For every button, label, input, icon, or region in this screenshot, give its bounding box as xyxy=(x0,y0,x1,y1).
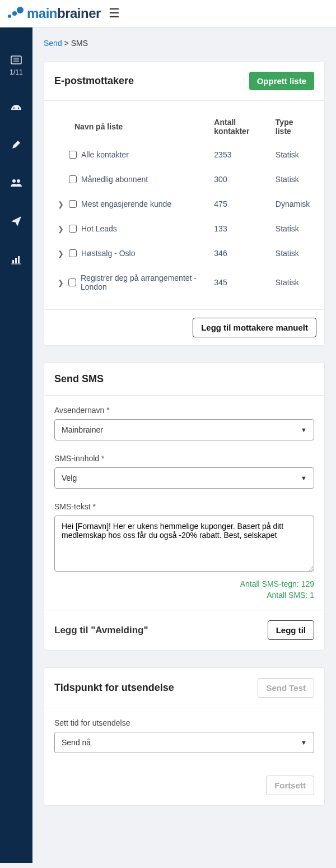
row-name-label: Høstsalg - Oslo xyxy=(81,249,135,258)
unsubscribe-title: Legg til "Avmelding" xyxy=(54,625,148,636)
row-checkbox[interactable] xyxy=(69,175,77,183)
sidebar-send[interactable] xyxy=(11,216,22,230)
row-name-label: Mest engasjerende kunde xyxy=(81,199,171,208)
schedule-time-value: Send nå xyxy=(62,738,91,747)
logo-dots-icon xyxy=(7,7,24,20)
brand-text: mainbrainer xyxy=(27,6,101,21)
sidebar-users[interactable] xyxy=(10,178,22,190)
list-icon xyxy=(11,55,22,64)
caret-down-icon: ▼ xyxy=(301,426,307,433)
row-name-label: Alle kontakter xyxy=(81,150,129,159)
table-row: Alle kontakter2353Statisk xyxy=(54,142,314,167)
hamburger-icon[interactable]: ☰ xyxy=(109,6,120,21)
row-type: Statisk xyxy=(272,266,314,299)
sms-count: Antall SMS: 1 xyxy=(54,591,314,600)
sidebar: 1/11 xyxy=(0,27,32,863)
send-sms-card: Send SMS Avsendernavn * Mainbrainer ▼ SM… xyxy=(44,363,325,651)
topbar: mainbrainer ☰ xyxy=(0,0,336,27)
sidebar-dashboard[interactable] xyxy=(10,102,22,114)
chart-icon xyxy=(11,256,21,264)
row-name-label: Registrer deg på arrangementet - London xyxy=(81,273,207,291)
row-type: Dynamisk xyxy=(272,192,314,216)
col-name: Navn på liste xyxy=(54,111,211,142)
caret-down-icon: ▼ xyxy=(301,475,307,481)
breadcrumb: Send > SMS xyxy=(44,39,325,48)
table-row: ❯Høstsalg - Oslo346Statisk xyxy=(54,241,314,266)
row-count: 133 xyxy=(211,216,272,241)
sender-name-select[interactable]: Mainbrainer ▼ xyxy=(54,419,314,440)
recipients-title: E-postmottakere xyxy=(54,75,134,87)
chevron-right-icon[interactable]: ❯ xyxy=(58,278,64,287)
row-name-label: Månedlig abonnent xyxy=(81,175,148,184)
recipients-table: Navn på liste Antall kontakter Type list… xyxy=(54,111,314,299)
schedule-time-label: Sett tid for utsendelse xyxy=(54,718,314,727)
chevron-right-icon[interactable]: ❯ xyxy=(58,249,64,258)
row-type: Statisk xyxy=(272,216,314,241)
brand-logo[interactable]: mainbrainer xyxy=(7,6,101,21)
main-content: Send > SMS E-postmottakere Opprett liste… xyxy=(32,27,336,863)
sms-text-label: SMS-tekst * xyxy=(54,502,314,511)
breadcrumb-current: SMS xyxy=(71,39,88,48)
breadcrumb-sep: > xyxy=(62,39,71,48)
row-type: Statisk xyxy=(272,142,314,167)
chevron-right-icon[interactable]: ❯ xyxy=(58,200,64,208)
col-type: Type liste xyxy=(272,111,314,142)
breadcrumb-parent[interactable]: Send xyxy=(44,39,62,48)
row-checkbox[interactable] xyxy=(68,278,76,286)
table-row: ❯Mest engasjerende kunde475Dynamisk xyxy=(54,192,314,216)
row-count: 346 xyxy=(211,241,272,266)
svg-rect-8 xyxy=(12,260,14,263)
row-type: Statisk xyxy=(272,241,314,266)
sms-content-label: SMS-innhold * xyxy=(54,454,314,463)
sms-content-select[interactable]: Velg ▼ xyxy=(54,467,314,489)
row-checkbox[interactable] xyxy=(69,200,77,208)
sender-name-label: Avsendernavn * xyxy=(54,406,314,415)
row-type: Statisk xyxy=(272,167,314,192)
table-row: Månedlig abonnent300Statisk xyxy=(54,167,314,192)
users-icon xyxy=(10,178,22,187)
create-list-button[interactable]: Opprett liste xyxy=(249,72,314,90)
row-count: 475 xyxy=(211,192,272,216)
svg-rect-9 xyxy=(15,258,17,263)
svg-point-4 xyxy=(13,108,15,109)
table-row: ❯Hot Leads133Statisk xyxy=(54,216,314,241)
schedule-title: Tidspunkt for utsendelse xyxy=(54,682,174,694)
schedule-card: Tidspunkt for utsendelse Send Test Sett … xyxy=(44,667,325,806)
send-test-button[interactable]: Send Test xyxy=(258,678,314,698)
sidebar-reports[interactable] xyxy=(11,256,21,267)
sidebar-progress[interactable]: 1/11 xyxy=(10,55,22,76)
chevron-right-icon[interactable]: ❯ xyxy=(58,225,64,233)
pencil-icon xyxy=(11,140,21,150)
row-count: 2353 xyxy=(211,142,272,167)
paper-plane-icon xyxy=(11,216,22,227)
svg-rect-10 xyxy=(18,256,20,263)
row-checkbox[interactable] xyxy=(69,249,77,257)
col-count: Antall kontakter xyxy=(211,111,272,142)
gauge-icon xyxy=(10,102,22,111)
row-checkbox[interactable] xyxy=(69,225,77,233)
send-sms-title: Send SMS xyxy=(54,373,104,385)
recipients-card: E-postmottakere Opprett liste Navn på li… xyxy=(44,61,325,346)
row-checkbox[interactable] xyxy=(69,151,77,159)
svg-point-5 xyxy=(18,108,19,109)
add-unsubscribe-button[interactable]: Legg til xyxy=(268,620,314,640)
caret-down-icon: ▼ xyxy=(301,739,307,746)
sender-name-value: Mainbrainer xyxy=(62,425,103,434)
svg-point-6 xyxy=(12,179,16,183)
svg-point-7 xyxy=(17,179,20,183)
progress-count: 1/11 xyxy=(10,68,22,76)
schedule-time-select[interactable]: Send nå ▼ xyxy=(54,732,314,753)
row-name-label: Hot Leads xyxy=(81,224,117,233)
continue-button[interactable]: Fortsett xyxy=(266,776,314,795)
sms-text-input[interactable] xyxy=(54,516,314,572)
add-recipients-manual-button[interactable]: Legg til mottakere manuelt xyxy=(193,318,316,337)
sms-content-value: Velg xyxy=(62,474,77,482)
row-count: 345 xyxy=(211,266,272,299)
sidebar-edit[interactable] xyxy=(11,140,21,152)
table-row: ❯Registrer deg på arrangementet - London… xyxy=(54,266,314,299)
sms-char-count: Antall SMS-tegn: 129 xyxy=(54,579,314,588)
row-count: 300 xyxy=(211,167,272,192)
